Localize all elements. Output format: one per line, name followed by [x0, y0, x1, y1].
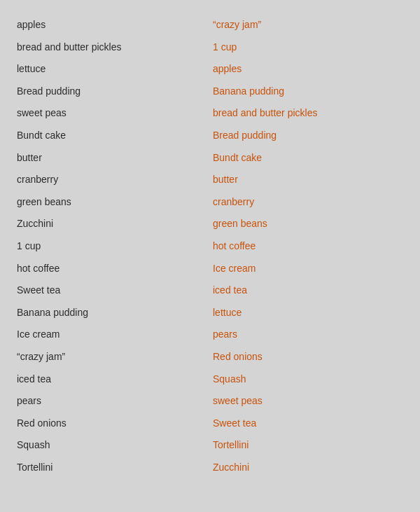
left-list-item: Bundt cake — [14, 125, 210, 147]
right-list-item: Sweet tea — [210, 413, 406, 435]
left-list-item: “crazy jam” — [14, 346, 210, 368]
left-list-item: apples — [14, 14, 210, 36]
right-list-item: iced tea — [210, 279, 406, 302]
right-list-item: butter — [210, 169, 406, 191]
left-list-item: 1 cup — [14, 235, 210, 258]
right-list-item: Red onions — [210, 346, 406, 368]
left-list-item: iced tea — [14, 368, 210, 391]
right-list-item: lettuce — [210, 302, 406, 324]
right-list-item: Bundt cake — [210, 147, 406, 169]
left-list-item: hot coffee — [14, 258, 210, 280]
left-column: applesbread and butter pickleslettuceBre… — [14, 14, 210, 478]
left-list-item: Red onions — [14, 413, 210, 435]
right-list-item: pears — [210, 324, 406, 346]
left-list-item: Sweet tea — [14, 279, 210, 302]
left-list-item: cranberry — [14, 169, 210, 191]
right-list-item: Banana pudding — [210, 81, 406, 103]
left-list-item: Zucchini — [14, 213, 210, 235]
left-list-item: green beans — [14, 191, 210, 214]
right-list-item: green beans — [210, 213, 406, 235]
left-list-item: Tortellini — [14, 457, 210, 479]
left-list-item: Banana pudding — [14, 302, 210, 324]
main-container: applesbread and butter pickleslettuceBre… — [0, 7, 420, 485]
right-list-item: Zucchini — [210, 457, 406, 479]
left-list-item: sweet peas — [14, 102, 210, 125]
left-list-item: bread and butter pickles — [14, 36, 210, 59]
right-list-item: Tortellini — [210, 434, 406, 457]
left-list-item: pears — [14, 390, 210, 413]
left-list-item: lettuce — [14, 58, 210, 81]
right-column: “crazy jam”1 cupapplesBanana puddingbrea… — [210, 14, 406, 478]
right-list-item: 1 cup — [210, 36, 406, 59]
left-list-item: Ice cream — [14, 324, 210, 346]
left-list-item: butter — [14, 147, 210, 169]
right-list-item: Ice cream — [210, 258, 406, 280]
left-list-item: Bread pudding — [14, 81, 210, 103]
right-list-item: Squash — [210, 368, 406, 391]
right-list-item: “crazy jam” — [210, 14, 406, 36]
right-list-item: hot coffee — [210, 235, 406, 258]
left-list-item: Squash — [14, 434, 210, 457]
right-list-item: bread and butter pickles — [210, 102, 406, 125]
right-list-item: cranberry — [210, 191, 406, 214]
right-list-item: Bread pudding — [210, 125, 406, 147]
right-list-item: sweet peas — [210, 390, 406, 413]
right-list-item: apples — [210, 58, 406, 81]
